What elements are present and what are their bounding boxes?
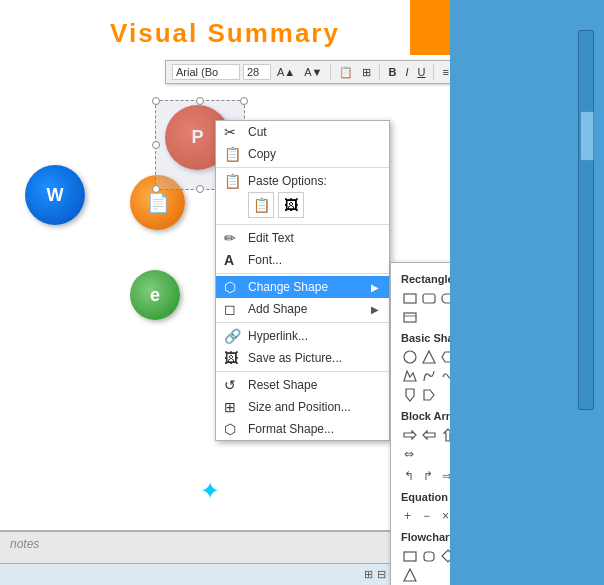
basic-shapes-title: Basic Shapes <box>397 328 450 346</box>
format-shape-icon: ⬡ <box>224 421 236 437</box>
shape-eq-1[interactable]: + <box>401 507 419 525</box>
shape-arrow-1[interactable] <box>401 426 419 444</box>
bold-button[interactable]: B <box>385 65 399 79</box>
svg-rect-11 <box>404 313 416 322</box>
menu-item-size-position[interactable]: ⊞ Size and Position... <box>216 396 389 418</box>
menu-item-save-as-picture[interactable]: 🖼 Save as Picture... <box>216 347 389 369</box>
scrollbar-thumb[interactable] <box>580 111 594 161</box>
rectangles-grid <box>397 287 450 328</box>
paste-btn-1[interactable]: 📋 <box>248 192 274 218</box>
font-name-input[interactable] <box>172 64 240 80</box>
block-arrows-title: Block Arrows <box>397 406 450 424</box>
hyperlink-label: Hyperlink... <box>248 329 308 343</box>
separator-1 <box>216 167 389 168</box>
shape-basic-13[interactable] <box>420 367 438 385</box>
shape-rect-3[interactable] <box>439 289 450 307</box>
shape-arrow-3[interactable] <box>439 426 450 444</box>
shape-arrow-13[interactable]: ↰ <box>401 467 419 485</box>
shape-basic-23[interactable] <box>401 386 419 404</box>
svg-marker-32 <box>444 429 450 441</box>
menu-item-hyperlink[interactable]: 🔗 Hyperlink... <box>216 325 389 347</box>
add-shape-arrow: ▶ <box>371 304 379 315</box>
shape-arrow-12[interactable]: ⇔ <box>401 445 419 463</box>
handle-tr[interactable] <box>240 97 248 105</box>
font-icon: A <box>224 252 234 268</box>
shape-basic-14[interactable] <box>439 367 450 385</box>
size-position-icon: ⊞ <box>224 399 236 415</box>
rectangles-title: Rectangles <box>397 269 450 287</box>
equation-shapes-grid: + − × ÷ = ≠ ∑ ⊂ <box>397 505 450 527</box>
shrink-font-button[interactable]: A▼ <box>301 65 325 79</box>
shape-basic-3[interactable] <box>439 348 450 366</box>
menu-item-edit-text[interactable]: ✏ Edit Text <box>216 227 389 249</box>
shape-eq-2[interactable]: − <box>420 507 438 525</box>
shape-arrow-14[interactable]: ↱ <box>420 467 438 485</box>
menu-item-add-shape[interactable]: ◻ Add Shape ▶ <box>216 298 389 320</box>
shape-rect-1[interactable] <box>401 289 419 307</box>
menu-item-format-shape[interactable]: ⬡ Format Shape... <box>216 418 389 440</box>
handle-bl[interactable] <box>152 185 160 193</box>
shape-flow-2[interactable] <box>420 547 438 565</box>
shape-basic-1[interactable] <box>401 348 419 366</box>
separator-2 <box>216 224 389 225</box>
paste-options-header: 📋 Paste Options: <box>216 170 389 188</box>
paste-btn-2[interactable]: 🖼 <box>278 192 304 218</box>
paste-options-icon: 📋 <box>224 173 241 189</box>
view-slide-sorter-icon[interactable]: ⊟ <box>377 568 386 581</box>
equation-shapes-title: Equation Shapes <box>397 487 450 505</box>
menu-item-change-shape[interactable]: ⬡ Change Shape ▶ <box>216 276 389 298</box>
shape-rect-12[interactable] <box>401 308 419 326</box>
paste-options-label: Paste Options: <box>248 174 327 188</box>
format-toolbar: A▲ A▼ 📋 ⊞ B I U ≡ ≡ A 🖊 ▭ <box>165 60 450 84</box>
menu-item-reset-shape[interactable]: ↺ Reset Shape <box>216 374 389 396</box>
shape-rect-2[interactable] <box>420 289 438 307</box>
underline-button[interactable]: U <box>414 65 428 79</box>
add-shape-label: Add Shape <box>248 302 307 316</box>
svg-text:⇒: ⇒ <box>442 469 450 483</box>
svg-marker-59 <box>442 550 450 562</box>
handle-bm[interactable] <box>196 185 204 193</box>
svg-text:⇔: ⇔ <box>404 447 414 461</box>
shape-basic-24[interactable] <box>420 386 438 404</box>
save-as-picture-icon: 🖼 <box>224 350 238 366</box>
menu-item-cut[interactable]: ✂ Cut <box>216 121 389 143</box>
shape-eq-3[interactable]: × <box>439 507 450 525</box>
view-normal-icon[interactable]: ⊞ <box>364 568 373 581</box>
copy-format-button[interactable]: 📋 <box>336 65 356 80</box>
font-size-input[interactable] <box>243 64 271 80</box>
handle-ml[interactable] <box>152 141 160 149</box>
cut-label: Cut <box>248 125 267 139</box>
flowchart-shapes-grid <box>397 545 450 585</box>
shape-arrow-15[interactable]: ⇒ <box>439 467 450 485</box>
shape-flow-1[interactable] <box>401 547 419 565</box>
paste-options-row: 📋 🖼 <box>216 188 389 222</box>
shape-basic-2[interactable] <box>420 348 438 366</box>
shape-flow-3[interactable] <box>439 547 450 565</box>
scrollbar-track[interactable] <box>578 30 594 410</box>
shape-flow-12[interactable] <box>401 566 419 584</box>
block-arrows-grid: ↙ ⇒ ⇔ <box>397 424 450 465</box>
menu-item-font[interactable]: A Font... <box>216 249 389 271</box>
extra-btn[interactable]: ⊞ <box>359 65 374 80</box>
shape-arrow-2[interactable] <box>420 426 438 444</box>
grow-font-button[interactable]: A▲ <box>274 65 298 79</box>
cut-icon: ✂ <box>224 124 236 140</box>
handle-tl[interactable] <box>152 97 160 105</box>
flowchart-title: Flowchart <box>397 527 450 545</box>
shape-basic-12[interactable] <box>401 367 419 385</box>
menu-item-copy[interactable]: 📋 Copy <box>216 143 389 165</box>
svg-rect-0 <box>404 294 416 303</box>
svg-marker-31 <box>423 431 435 439</box>
excel-icon: e <box>130 270 180 320</box>
svg-text:−: − <box>423 509 430 523</box>
handle-tm[interactable] <box>196 97 204 105</box>
align-center-button[interactable]: ≡ <box>439 65 450 79</box>
svg-point-13 <box>404 351 416 363</box>
copy-icon: 📋 <box>224 146 241 162</box>
svg-text:×: × <box>442 509 449 523</box>
hyperlink-icon: 🔗 <box>224 328 241 344</box>
block-arrows-grid-2: ↰ ↱ ⇒ ⟹ ▷ ⊳ ↺ ↻ <box>397 465 450 487</box>
svg-marker-65 <box>404 569 416 581</box>
edit-text-icon: ✏ <box>224 230 236 246</box>
italic-button[interactable]: I <box>402 65 411 79</box>
